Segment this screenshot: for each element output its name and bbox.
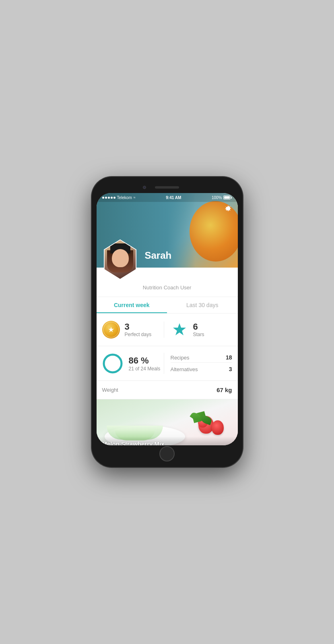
recipes-count: 18 (226, 354, 232, 361)
meals-fraction: 21 of 24 Meals (129, 366, 161, 372)
phone-home-button[interactable] (159, 446, 175, 461)
status-right: 100% (212, 195, 232, 200)
battery-tip (231, 197, 232, 199)
alternatives-label: Alternatives (171, 366, 198, 372)
time-label: 9:41 AM (166, 195, 181, 200)
recipes-section: Recipes 18 Alternatives 3 (164, 353, 232, 374)
battery-percent: 100% (212, 195, 222, 200)
battery-icon (223, 195, 232, 199)
phone-speaker (155, 186, 179, 189)
perfect-days-stat: ★ 3 Perfect days (102, 321, 164, 339)
battery-body (223, 195, 231, 199)
wifi-icon: ≈ (134, 195, 136, 199)
phone-bottom-bar (97, 445, 238, 462)
strawberry-2 (212, 420, 224, 435)
avatar-face (112, 249, 129, 267)
stars-stat: 6 Stars (164, 321, 232, 339)
carrier-label: Telekom (117, 195, 132, 200)
weight-row: Weight 67 kg (97, 381, 238, 399)
medal-icon: ★ (102, 321, 120, 339)
star-icon-teal (171, 321, 188, 339)
recipes-label: Recipes (171, 355, 190, 361)
stars-label: Stars (193, 332, 204, 337)
phone-top-bar (97, 182, 238, 193)
user-subtitle: Nutrition Coach User (143, 285, 192, 291)
phone-frame: Telekom ≈ 9:41 AM 100% (92, 177, 243, 467)
header-area: Sarah (97, 193, 238, 268)
stars-text: 6 Stars (193, 322, 204, 337)
weight-value: 67 kg (216, 386, 232, 393)
signal-dots (102, 197, 115, 199)
meal-stat-text: 86 % 21 of 24 Meals (129, 355, 161, 372)
stats-section: ★ 3 Perfect days 6 (97, 314, 238, 381)
perfect-days-text: 3 Perfect days (125, 322, 152, 337)
medal-ring (103, 322, 119, 338)
food-card[interactable]: Melon Strawberry Mix (97, 399, 238, 445)
food-card-title: Melon Strawberry Mix (102, 440, 165, 445)
status-bar: Telekom ≈ 9:41 AM 100% (97, 193, 238, 202)
meals-percent: 86 % (129, 355, 161, 366)
perfect-days-label: Perfect days (125, 332, 152, 337)
signal-dot (113, 197, 115, 199)
phone-camera (143, 186, 146, 189)
signal-dot (108, 197, 110, 199)
circle-progress (102, 353, 123, 374)
stats-mid-row: 86 % 21 of 24 Meals Recipes 18 Alternati… (97, 346, 238, 381)
signal-dot (111, 197, 113, 199)
weight-label: Weight (102, 387, 118, 393)
avatar-container (102, 239, 138, 280)
tabs-row: Current week Last 30 days (97, 297, 238, 314)
phone-screen: Telekom ≈ 9:41 AM 100% (97, 193, 238, 445)
recipes-row: Recipes 18 (171, 353, 232, 363)
stars-number: 6 (193, 322, 204, 332)
meal-progress: 86 % 21 of 24 Meals (102, 353, 164, 374)
svg-marker-0 (173, 323, 186, 335)
perfect-days-number: 3 (125, 322, 152, 332)
avatar-inner (103, 240, 138, 279)
stats-top-row: ★ 3 Perfect days 6 (97, 314, 238, 346)
signal-dot (102, 197, 104, 199)
alternatives-row: Alternatives 3 (171, 364, 232, 374)
signal-dot (105, 197, 107, 199)
settings-button[interactable] (224, 205, 232, 215)
battery-fill (224, 196, 230, 199)
alternatives-count: 3 (229, 366, 232, 372)
status-left: Telekom ≈ (102, 195, 136, 200)
username-header: Sarah (145, 250, 172, 261)
svg-point-2 (104, 355, 122, 372)
tab-last-30-days[interactable]: Last 30 days (167, 297, 238, 313)
avatar-hex (102, 239, 138, 280)
tab-current-week[interactable]: Current week (97, 297, 167, 313)
food-card-overlay: Melon Strawberry Mix (97, 436, 238, 445)
